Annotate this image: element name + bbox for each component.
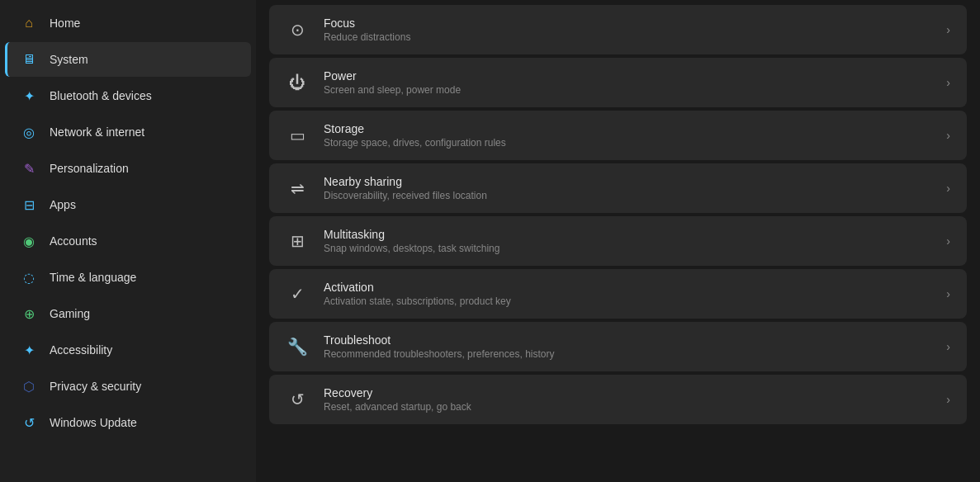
nearby-icon: ⇌ (286, 177, 309, 200)
sidebar-item-label-accessibility: Accessibility (50, 343, 112, 357)
main-content: ⊙FocusReduce distractions›⏻PowerScreen a… (256, 0, 980, 482)
sidebar-item-label-accounts: Accounts (50, 234, 97, 248)
sidebar-item-label-personalization: Personalization (50, 162, 129, 175)
storage-title: Storage (324, 122, 931, 135)
sidebar-item-label-gaming: Gaming (50, 307, 90, 320)
focus-chevron-icon: › (946, 23, 950, 36)
activation-chevron-icon: › (946, 287, 950, 300)
power-subtitle: Screen and sleep, power mode (324, 84, 931, 96)
troubleshoot-icon: 🔧 (286, 335, 309, 358)
troubleshoot-title: Troubleshoot (324, 333, 931, 347)
recovery-chevron-icon: › (946, 393, 950, 406)
settings-item-troubleshoot[interactable]: 🔧TroubleshootRecommended troubleshooters… (269, 322, 967, 371)
apps-icon: ⊟ (20, 196, 38, 214)
sidebar-item-accounts[interactable]: ◉Accounts (5, 224, 251, 258)
sidebar-item-personalization[interactable]: ✎Personalization (5, 151, 251, 186)
multitasking-title: Multitasking (324, 228, 931, 241)
sidebar-item-home[interactable]: ⌂Home (5, 6, 251, 40)
sidebar-item-label-time: Time & language (50, 271, 136, 284)
accounts-icon: ◉ (20, 232, 38, 250)
sidebar-item-label-update: Windows Update (50, 416, 137, 429)
power-icon: ⏻ (286, 71, 309, 94)
settings-item-storage[interactable]: ▭StorageStorage space, drives, configura… (269, 111, 967, 160)
settings-item-multitasking[interactable]: ⊞MultitaskingSnap windows, desktops, tas… (269, 216, 967, 266)
settings-item-power[interactable]: ⏻PowerScreen and sleep, power mode› (269, 58, 967, 107)
sidebar-item-label-bluetooth: Bluetooth & devices (50, 89, 152, 102)
sidebar-item-network[interactable]: ◎Network & internet (5, 115, 251, 149)
nearby-title: Nearby sharing (324, 175, 931, 188)
personalization-icon: ✎ (20, 159, 38, 177)
system-icon: 🖥 (20, 50, 38, 69)
activation-subtitle: Activation state, subscriptions, product… (324, 295, 931, 307)
nearby-subtitle: Discoverability, received files location (324, 190, 931, 201)
sidebar-item-label-network: Network & internet (50, 125, 144, 139)
sidebar-item-label-system: System (50, 53, 88, 66)
multitasking-icon: ⊞ (286, 229, 309, 253)
focus-icon: ⊙ (286, 18, 309, 41)
settings-item-activation[interactable]: ✓ActivationActivation state, subscriptio… (269, 269, 967, 319)
sidebar-item-gaming[interactable]: ⊕Gaming (5, 296, 251, 331)
focus-subtitle: Reduce distractions (324, 31, 931, 43)
storage-icon: ▭ (286, 124, 309, 147)
recovery-title: Recovery (324, 386, 931, 399)
sidebar-item-apps[interactable]: ⊟Apps (5, 187, 251, 222)
update-icon: ↺ (20, 413, 38, 432)
troubleshoot-subtitle: Recommended troubleshooters, preferences… (324, 348, 931, 360)
sidebar-item-accessibility[interactable]: ✦Accessibility (5, 333, 251, 367)
power-title: Power (324, 69, 931, 83)
time-icon: ◌ (20, 268, 38, 286)
privacy-icon: ⬡ (20, 377, 38, 395)
power-chevron-icon: › (946, 76, 950, 89)
sidebar-item-privacy[interactable]: ⬡Privacy & security (5, 369, 251, 404)
settings-item-recovery[interactable]: ↺RecoveryReset, advanced startup, go bac… (269, 375, 967, 424)
sidebar-item-update[interactable]: ↺Windows Update (5, 405, 251, 440)
settings-item-nearby[interactable]: ⇌Nearby sharingDiscoverability, received… (269, 163, 967, 213)
multitasking-subtitle: Snap windows, desktops, task switching (324, 243, 931, 254)
troubleshoot-chevron-icon: › (946, 340, 950, 353)
recovery-subtitle: Reset, advanced startup, go back (324, 401, 931, 413)
sidebar-item-label-home: Home (50, 17, 80, 30)
sidebar: ⌂Home🖥System✦Bluetooth & devices◎Network… (0, 0, 256, 482)
network-icon: ◎ (20, 123, 38, 141)
focus-title: Focus (324, 17, 931, 30)
nearby-chevron-icon: › (946, 182, 950, 195)
settings-item-focus[interactable]: ⊙FocusReduce distractions› (269, 5, 967, 54)
multitasking-chevron-icon: › (946, 234, 950, 248)
sidebar-item-system[interactable]: 🖥System (5, 42, 251, 77)
gaming-icon: ⊕ (20, 305, 38, 323)
sidebar-item-label-privacy: Privacy & security (50, 380, 141, 393)
sidebar-item-bluetooth[interactable]: ✦Bluetooth & devices (5, 78, 251, 113)
home-icon: ⌂ (20, 14, 38, 32)
storage-chevron-icon: › (946, 129, 950, 142)
bluetooth-icon: ✦ (20, 87, 38, 105)
storage-subtitle: Storage space, drives, configuration rul… (324, 137, 931, 149)
recovery-icon: ↺ (286, 388, 309, 411)
accessibility-icon: ✦ (20, 341, 38, 359)
sidebar-item-time[interactable]: ◌Time & language (5, 260, 251, 295)
activation-title: Activation (324, 281, 931, 294)
sidebar-item-label-apps: Apps (50, 198, 76, 211)
activation-icon: ✓ (286, 282, 309, 305)
